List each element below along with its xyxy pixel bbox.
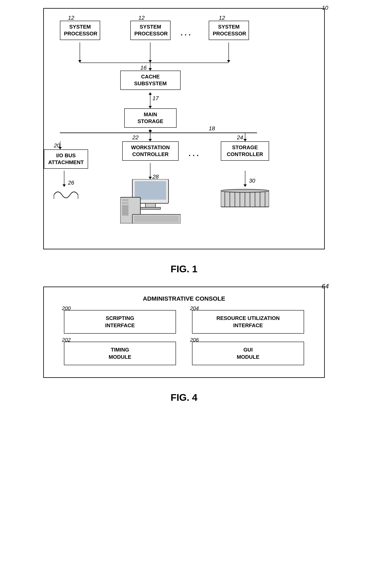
disk-ref: 30 [249, 178, 255, 184]
main-storage: MAINSTORAGE [124, 108, 176, 128]
arrow-bus-ws [150, 133, 150, 141]
gui-ref: 206 [190, 337, 199, 343]
proc1-ref: 12 [68, 15, 74, 21]
fig4-item-timing: 202 TIMINGMODULE [64, 342, 176, 365]
proc3-ref: 12 [219, 15, 225, 21]
fig1-ref: 10 [322, 5, 328, 11]
bus-ref: 18 [209, 125, 215, 132]
workstation-ctrl: WORKSTATIONCONTROLLER [122, 141, 179, 161]
fig1-box: 10 SYSTEMPROCESSOR 12 SYSTEMPROCESSOR 12… [43, 8, 325, 249]
arrow-proc3-cache [229, 42, 229, 63]
fig1-container: 10 SYSTEMPROCESSOR 12 SYSTEMPROCESSOR 12… [43, 8, 325, 249]
fig4-inner: 200 SCRIPTINGINTERFACE 204 RESOURCE UTIL… [56, 310, 312, 365]
bus-line [60, 133, 257, 133]
page-container: 10 SYSTEMPROCESSOR 12 SYSTEMPROCESSOR 12… [12, 8, 356, 415]
dots-processors: . . . [181, 29, 191, 37]
processor-2: SYSTEMPROCESSOR [130, 21, 171, 40]
timing-module-box: TIMINGMODULE [64, 342, 176, 365]
cache-ref: 16 [140, 64, 147, 71]
fig4-box: ADMINISTRATIVE CONSOLE 200 SCRIPTINGINTE… [43, 286, 325, 378]
arrow-proc1-cache [80, 42, 80, 63]
svg-rect-5 [140, 207, 160, 209]
arrow-main-bus [150, 129, 150, 133]
fig4-container: 64 ADMINISTRATIVE CONSOLE 200 SCRIPTINGI… [43, 286, 325, 378]
dots-controllers: . . . [189, 149, 199, 158]
svg-rect-8 [122, 202, 128, 204]
vline-to-cache [150, 63, 150, 71]
io-bus: I/O BUSATTACHMENT [44, 149, 88, 169]
svg-rect-7 [122, 199, 128, 201]
arrow-ws-computer [150, 163, 150, 179]
scripting-interface-box: SCRIPTINGINTERFACE [64, 310, 176, 334]
proc2-ref: 12 [138, 15, 145, 21]
fig4-item-gui: 206 GUIMODULE [192, 342, 304, 365]
resource-ref: 204 [190, 305, 199, 312]
network-ref-label: 26 [68, 180, 74, 186]
network-symbol [52, 187, 80, 203]
storage-ctrl-ref: 24 [237, 134, 243, 141]
fig4-console-title: ADMINISTRATIVE CONSOLE [56, 295, 312, 302]
ws-ref: 22 [132, 134, 138, 141]
processor-3: SYSTEMPROCESSOR [209, 21, 249, 40]
svg-point-22 [221, 189, 269, 193]
arrow-cache-main [150, 92, 150, 108]
storage-ctrl: STORAGECONTROLLER [221, 141, 269, 161]
cache-subsystem: CACHESUBSYSTEM [120, 71, 181, 90]
disk-icon [221, 187, 269, 211]
fig4-item-scripting: 200 SCRIPTINGINTERFACE [64, 310, 176, 334]
computer-icon [120, 179, 181, 223]
svg-rect-3 [135, 181, 166, 200]
resource-interface-box: RESOURCE UTILIZATIONINTERFACE [192, 310, 304, 334]
arrow-storage-disk [245, 171, 245, 187]
fig1-label: FIG. 1 [171, 263, 197, 275]
arrow-bus-storage [245, 133, 245, 141]
io-ref: 20 [54, 142, 60, 149]
timing-ref: 202 [62, 337, 71, 343]
fig4-item-resource: 204 RESOURCE UTILIZATIONINTERFACE [192, 310, 304, 334]
arrow-proc2-cache [150, 42, 150, 63]
arrow-io-network [64, 171, 64, 187]
hline-procs [80, 63, 229, 63]
svg-rect-4 [145, 203, 156, 207]
svg-rect-11 [134, 216, 179, 222]
fig4-label: FIG. 4 [171, 392, 197, 403]
scripting-ref: 200 [62, 305, 71, 312]
main-storage-ref: 17 [152, 95, 159, 101]
svg-rect-9 [122, 205, 128, 215]
gui-module-box: GUIMODULE [192, 342, 304, 365]
processor-1: SYSTEMPROCESSOR [60, 21, 100, 40]
